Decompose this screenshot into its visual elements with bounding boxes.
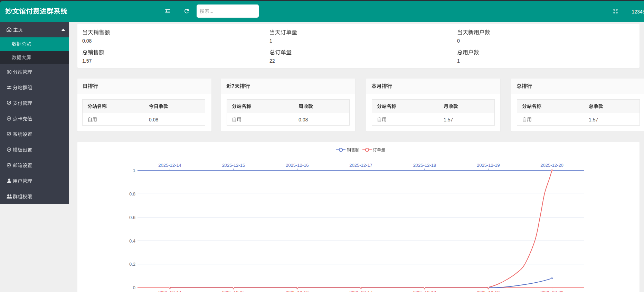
svg-text:0.2: 0.2 xyxy=(129,262,135,267)
svg-text:2025-12-16: 2025-12-16 xyxy=(286,290,309,292)
svg-text:2025-12-18: 2025-12-18 xyxy=(413,290,436,292)
svg-text:2025-12-15: 2025-12-15 xyxy=(222,163,245,168)
svg-text:0.6: 0.6 xyxy=(129,215,135,220)
svg-text:1: 1 xyxy=(133,168,135,173)
svg-text:2025-12-14: 2025-12-14 xyxy=(158,163,181,168)
svg-text:2025-12-17: 2025-12-17 xyxy=(349,290,372,292)
svg-text:2025-12-17: 2025-12-17 xyxy=(349,163,372,168)
svg-text:2025-12-16: 2025-12-16 xyxy=(286,163,309,168)
svg-text:2025-12-20: 2025-12-20 xyxy=(540,163,564,168)
svg-text:0.8: 0.8 xyxy=(129,191,135,197)
svg-text:2025-12-19: 2025-12-19 xyxy=(477,290,500,292)
svg-text:2025-12-19: 2025-12-19 xyxy=(477,163,500,168)
svg-text:0.4: 0.4 xyxy=(129,238,135,244)
svg-text:2025-12-18: 2025-12-18 xyxy=(413,163,436,168)
svg-text:2025-12-15: 2025-12-15 xyxy=(222,290,245,292)
svg-text:2025-12-20: 2025-12-20 xyxy=(540,290,564,292)
svg-text:2025-12-14: 2025-12-14 xyxy=(158,290,181,292)
svg-text:0: 0 xyxy=(133,285,135,290)
